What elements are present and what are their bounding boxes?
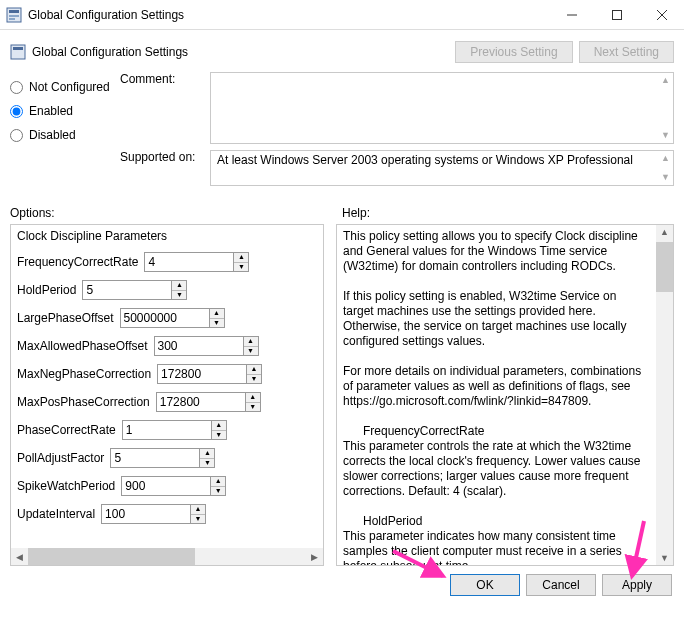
- spinner-up-icon[interactable]: ▲: [244, 337, 258, 347]
- scrollbar-vertical[interactable]: ▲▼: [658, 151, 673, 185]
- state-radio-group: Not Configured Enabled Disabled: [10, 72, 120, 196]
- spinner-down-icon[interactable]: ▼: [212, 431, 226, 440]
- spinner-down-icon[interactable]: ▼: [211, 487, 225, 496]
- option-value-input[interactable]: [121, 476, 211, 496]
- spinner-up-icon[interactable]: ▲: [210, 309, 224, 319]
- option-label: UpdateInterval: [17, 507, 95, 521]
- chevron-up-icon: ▲: [661, 73, 670, 88]
- option-label: MaxPosPhaseCorrection: [17, 395, 150, 409]
- option-value-input[interactable]: [82, 280, 172, 300]
- option-value-input[interactable]: [154, 336, 244, 356]
- option-row: SpikeWatchPeriod▲▼: [17, 475, 317, 497]
- spinner-buttons[interactable]: ▲▼: [191, 504, 206, 524]
- app-icon: [6, 7, 22, 23]
- spinner-up-icon[interactable]: ▲: [246, 393, 260, 403]
- chevron-left-icon: ◀: [11, 552, 28, 562]
- spinner-buttons[interactable]: ▲▼: [200, 448, 215, 468]
- chevron-up-icon: ▲: [661, 151, 670, 166]
- previous-setting-button: Previous Setting: [455, 41, 572, 63]
- option-value-input[interactable]: [144, 252, 234, 272]
- option-value-input[interactable]: [122, 420, 212, 440]
- chevron-down-icon: ▼: [661, 128, 670, 143]
- scrollbar-thumb[interactable]: [656, 242, 673, 292]
- minimize-button[interactable]: [549, 0, 594, 29]
- page-title: Global Configuration Settings: [32, 45, 188, 59]
- option-row: MaxAllowedPhaseOffset▲▼: [17, 335, 317, 357]
- option-value-input[interactable]: [110, 448, 200, 468]
- help-panel: This policy setting allows you to specif…: [336, 224, 674, 566]
- spinner-down-icon[interactable]: ▼: [247, 375, 261, 384]
- spinner-buttons[interactable]: ▲▼: [246, 392, 261, 412]
- header-row: Global Configuration Settings Previous S…: [0, 30, 684, 66]
- scrollbar-thumb[interactable]: [28, 548, 195, 565]
- spinner-buttons[interactable]: ▲▼: [210, 308, 225, 328]
- spinner-buttons[interactable]: ▲▼: [247, 364, 262, 384]
- option-value-input[interactable]: [157, 364, 247, 384]
- option-row: HoldPeriod▲▼: [17, 279, 317, 301]
- help-label: Help:: [330, 206, 674, 220]
- maximize-button[interactable]: [594, 0, 639, 29]
- spinner-up-icon[interactable]: ▲: [234, 253, 248, 263]
- svg-rect-9: [13, 47, 23, 50]
- spinner-buttons[interactable]: ▲▼: [211, 476, 226, 496]
- scrollbar-vertical[interactable]: ▲ ▼: [656, 225, 673, 565]
- options-label: Options:: [10, 206, 330, 220]
- option-label: MaxNegPhaseCorrection: [17, 367, 151, 381]
- options-panel: Clock Discipline ParametersFrequencyCorr…: [10, 224, 324, 566]
- option-row: MaxNegPhaseCorrection▲▼: [17, 363, 317, 385]
- option-value-input[interactable]: [101, 504, 191, 524]
- svg-rect-3: [9, 18, 15, 20]
- titlebar: Global Configuration Settings: [0, 0, 684, 30]
- svg-rect-5: [612, 10, 621, 19]
- close-button[interactable]: [639, 0, 684, 29]
- footer: OK Cancel Apply: [0, 566, 684, 604]
- chevron-down-icon: ▼: [661, 170, 670, 185]
- spinner-down-icon[interactable]: ▼: [234, 263, 248, 272]
- chevron-right-icon: ▶: [306, 552, 323, 562]
- radio-not-configured[interactable]: Not Configured: [10, 80, 120, 94]
- option-value-input[interactable]: [156, 392, 246, 412]
- supported-on-box: At least Windows Server 2003 operating s…: [210, 150, 674, 186]
- option-row: LargePhaseOffset▲▼: [17, 307, 317, 329]
- spinner-buttons[interactable]: ▲▼: [172, 280, 187, 300]
- spinner-up-icon[interactable]: ▲: [200, 449, 214, 459]
- spinner-down-icon[interactable]: ▼: [210, 319, 224, 328]
- svg-rect-2: [9, 15, 19, 17]
- apply-button[interactable]: Apply: [602, 574, 672, 596]
- ok-button[interactable]: OK: [450, 574, 520, 596]
- spinner-down-icon[interactable]: ▼: [246, 403, 260, 412]
- spinner-buttons[interactable]: ▲▼: [212, 420, 227, 440]
- svg-rect-1: [9, 10, 19, 13]
- spinner-up-icon[interactable]: ▲: [172, 281, 186, 291]
- spinner-up-icon[interactable]: ▲: [212, 421, 226, 431]
- spinner-down-icon[interactable]: ▼: [191, 515, 205, 524]
- spinner-buttons[interactable]: ▲▼: [244, 336, 259, 356]
- help-text: This policy setting allows you to specif…: [337, 225, 656, 565]
- option-row: MaxPosPhaseCorrection▲▼: [17, 391, 317, 413]
- window-title: Global Configuration Settings: [28, 8, 549, 22]
- cancel-button[interactable]: Cancel: [526, 574, 596, 596]
- option-label: SpikeWatchPeriod: [17, 479, 115, 493]
- spinner-buttons[interactable]: ▲▼: [234, 252, 249, 272]
- scrollbar-horizontal[interactable]: ◀ ▶: [11, 548, 323, 565]
- option-label: HoldPeriod: [17, 283, 76, 297]
- spinner-up-icon[interactable]: ▲: [247, 365, 261, 375]
- scrollbar-vertical[interactable]: ▲▼: [658, 73, 673, 143]
- settings-page-icon: [10, 44, 26, 60]
- option-label: FrequencyCorrectRate: [17, 255, 138, 269]
- radio-enabled[interactable]: Enabled: [10, 104, 120, 118]
- option-row: PollAdjustFactor▲▼: [17, 447, 317, 469]
- option-row: UpdateInterval▲▼: [17, 503, 317, 525]
- option-value-input[interactable]: [120, 308, 210, 328]
- spinner-up-icon[interactable]: ▲: [211, 477, 225, 487]
- spinner-up-icon[interactable]: ▲: [191, 505, 205, 515]
- spinner-down-icon[interactable]: ▼: [244, 347, 258, 356]
- comment-input[interactable]: ▲▼: [210, 72, 674, 144]
- option-label: LargePhaseOffset: [17, 311, 114, 325]
- options-section-title: Clock Discipline Parameters: [17, 229, 317, 243]
- radio-disabled[interactable]: Disabled: [10, 128, 120, 142]
- comment-label: Comment:: [120, 72, 210, 144]
- spinner-down-icon[interactable]: ▼: [172, 291, 186, 300]
- spinner-down-icon[interactable]: ▼: [200, 459, 214, 468]
- supported-label: Supported on:: [120, 150, 210, 186]
